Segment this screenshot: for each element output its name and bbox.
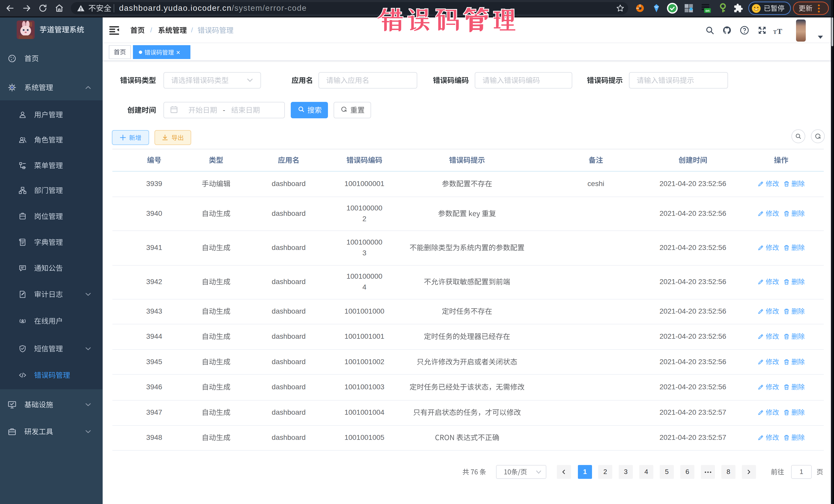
svg-text:T: T — [777, 27, 782, 35]
svg-text:T: T — [773, 29, 777, 35]
svg-text:on: on — [705, 9, 709, 13]
